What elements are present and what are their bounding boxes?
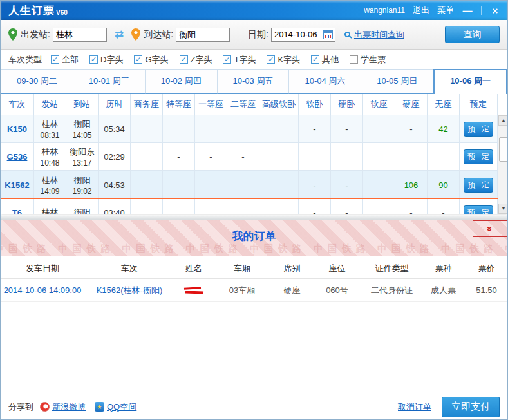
seat-cell-二等座 (227, 199, 259, 214)
checkbox-icon[interactable]: ✓ (180, 55, 188, 64)
filter-其他[interactable]: ✓其他 (311, 54, 339, 66)
to-cell: 衡阳东13:17 (66, 143, 99, 171)
checkbox-icon[interactable]: ✓ (51, 55, 59, 64)
seat-cell-高级软卧 (259, 143, 299, 171)
filter-学生票[interactable]: 学生票 (350, 54, 386, 66)
checkbox-icon[interactable] (350, 55, 358, 64)
seat-cell-硬卧: - (331, 115, 363, 143)
reserve-button[interactable]: 预 定 (464, 122, 493, 137)
from-time: 10:48 (40, 158, 59, 167)
reserve-button[interactable]: 预 定 (464, 149, 493, 164)
date-tab-09-30[interactable]: 09-30 周二 (1, 69, 73, 94)
checkbox-icon[interactable]: ✓ (89, 55, 98, 64)
order-carriage: 03车厢 (213, 279, 271, 302)
train-no-link[interactable]: K1562 (5, 180, 29, 190)
train-no-link[interactable]: K150 (7, 124, 27, 134)
ticket-time-query-link[interactable]: 出票时间查询 (354, 29, 404, 41)
seat-value: - (345, 180, 348, 190)
date-tab-10-02[interactable]: 10-02 周四 (146, 69, 218, 94)
filter-D字头[interactable]: ✓D字头 (89, 54, 123, 66)
minimize-icon[interactable]: — (462, 5, 473, 16)
collapse-panel-button[interactable]: » (473, 220, 507, 237)
date-tab-10-01[interactable]: 10-01 周三 (73, 69, 146, 94)
order-seat-class: 硬座 (271, 279, 313, 302)
date-label: 日期: (248, 29, 268, 41)
seat-cell-商务座 (131, 143, 163, 171)
scroll-up-icon[interactable]: ▲ (498, 115, 508, 126)
cancel-order-link[interactable]: 取消订单 (398, 401, 431, 413)
to-cell: 衡阳14:05 (66, 115, 99, 143)
train-type-filter-bar: 车次类型 ✓全部✓D字头✓G字头✓Z字头✓T字头✓K字头✓其他学生票 (1, 50, 507, 69)
train-no-link[interactable]: G536 (7, 152, 28, 162)
filter-K字头[interactable]: ✓K字头 (267, 54, 300, 66)
qzone-link[interactable]: QQ空间 (107, 401, 136, 413)
weibo-link[interactable]: 新浪微博 (52, 401, 86, 413)
column-header-商务座: 商务座 (131, 94, 163, 115)
order-ticket-type: 成人票 (422, 279, 464, 302)
app-title: 人生订票 (1, 3, 55, 18)
filter-全部[interactable]: ✓全部 (51, 54, 79, 66)
menu-link[interactable]: 菜单 (437, 5, 454, 16)
seat-cell-一等座 (195, 171, 227, 198)
weibo-icon[interactable] (40, 402, 50, 412)
date-tab-10-05[interactable]: 10-05 周日 (361, 69, 433, 94)
reserve-button[interactable]: 预 定 (464, 178, 493, 193)
panel-splitter[interactable] (1, 214, 507, 220)
seat-value: - (313, 180, 315, 190)
pay-now-button[interactable]: 立即支付 (442, 397, 500, 417)
date-tab-10-03[interactable]: 10-03 周五 (218, 69, 290, 94)
seat-cell-一等座 (195, 199, 227, 214)
checkbox-icon[interactable]: ✓ (223, 55, 231, 64)
seat-value: 90 (438, 180, 447, 190)
checkbox-icon[interactable]: ✓ (267, 55, 275, 64)
seat-cell-二等座 (227, 115, 259, 143)
swap-stations-icon[interactable]: ⇄ (115, 28, 124, 41)
qzone-icon[interactable]: ★ (95, 402, 104, 412)
to-input[interactable] (176, 28, 230, 42)
table-scrollbar[interactable]: ▲ ▼ (498, 115, 508, 214)
seat-value: - (241, 152, 244, 162)
order-column-header-席别: 席别 (271, 258, 313, 279)
seat-cell-硬卧: - (331, 171, 363, 198)
scrollbar-thumb[interactable] (499, 137, 508, 162)
checkbox-icon[interactable]: ✓ (134, 55, 142, 64)
reserve-cell: 预 定 (460, 143, 498, 171)
order-column-header-车次: 车次 (84, 258, 174, 279)
from-time: 14:09 (40, 187, 59, 196)
table-row-K1562: K1562桂林14:09衡阳19:0204:53--10690预 定 (1, 171, 498, 199)
reserve-cell: 预 定 (460, 115, 498, 143)
scroll-down-icon[interactable]: ▼ (498, 204, 508, 214)
seat-cell-软卧 (299, 143, 331, 171)
seat-cell-软卧: - (299, 115, 331, 143)
calendar-icon[interactable] (323, 30, 333, 39)
duration-cell: 04:53 (99, 171, 131, 198)
train-table: 车次发站到站历时商务座特等座一等座二等座高级软卧软卧硬卧软座硬座无座预定 K15… (1, 94, 498, 214)
close-icon[interactable]: × (489, 5, 501, 16)
filter-T字头[interactable]: ✓T字头 (223, 54, 256, 66)
seat-cell-特等座: - (163, 143, 195, 171)
filter-Z字头[interactable]: ✓Z字头 (180, 54, 212, 66)
train-no-link[interactable]: T6 (12, 208, 22, 215)
seat-cell-硬座: 106 (395, 171, 428, 198)
filter-G字头[interactable]: ✓G字头 (134, 54, 168, 66)
date-tab-10-04[interactable]: 10-04 周六 (289, 69, 361, 94)
reserve-button[interactable]: 预 定 (464, 205, 493, 215)
titlebar-separator (481, 6, 482, 15)
table-row-G536: G536桂林10:48衡阳东13:1702:29---预 定 (1, 143, 498, 171)
checkbox-icon[interactable]: ✓ (311, 55, 319, 64)
seat-cell-软座 (363, 143, 395, 171)
orders-table-header: 发车日期车次姓名车厢席别座位证件类型票种票价 (1, 258, 507, 279)
to-time: 19:02 (72, 187, 91, 196)
order-column-header-证件类型: 证件类型 (361, 258, 422, 279)
from-station: 桂林 (42, 146, 59, 158)
date-tab-10-06[interactable]: 10-06 周一 (433, 69, 507, 94)
from-input[interactable] (53, 28, 107, 42)
order-id-type: 二代身份证 (361, 279, 422, 302)
seat-cell-商务座 (131, 171, 163, 198)
reserve-cell: 预 定 (460, 171, 498, 198)
to-time: 13:17 (72, 158, 91, 167)
logout-link[interactable]: 退出 (413, 5, 429, 16)
seat-cell-软座 (363, 171, 395, 198)
query-button[interactable]: 查询 (445, 26, 500, 43)
column-header-二等座: 二等座 (227, 94, 259, 115)
